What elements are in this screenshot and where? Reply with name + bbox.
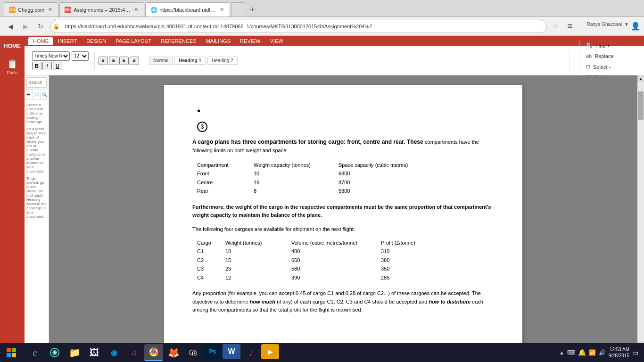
browser-tab-3[interactable]: 🌐 https://blackboard.utdl.ec ✕	[145, 2, 230, 16]
weight-col-header: Weight (tonnes)	[225, 239, 291, 247]
svg-rect-3	[12, 353, 16, 357]
normal-style[interactable]: Normal	[149, 57, 173, 65]
tray-keyboard-icon[interactable]: ⌨	[567, 349, 575, 356]
align-right-button[interactable]: ≡	[119, 57, 129, 65]
heading1-style[interactable]: Heading 1	[174, 57, 206, 65]
cargo-c4-weight: 12	[225, 273, 291, 282]
ribbon-tab-insert[interactable]: INSERT	[53, 37, 82, 45]
cargo-c3: C3	[197, 264, 225, 273]
furthermore-bold: Furthermore, the weight of the cargo in …	[192, 204, 491, 218]
taskbar-itunes[interactable]: ♫	[124, 344, 143, 361]
taskbar-store[interactable]: 🛍	[184, 344, 203, 361]
ribbon-tab-review[interactable]: REVIEW	[235, 37, 265, 45]
taskbar-chrome[interactable]	[144, 344, 163, 361]
user-dropdown-arrow[interactable]: ▼	[624, 22, 629, 31]
bookmark-star[interactable]: ☆	[549, 20, 562, 33]
file-tab[interactable]: HOME	[0, 38, 25, 55]
find-label: Find	[595, 43, 605, 49]
browser-tab-1[interactable]: Ch Chegg.com ✕	[4, 2, 58, 16]
ribbon-content: Times New Roman 12 B I U	[28, 49, 573, 73]
find-button[interactable]: 🔍 Find ▼	[583, 41, 640, 50]
font-controls: Times New Roman 12	[32, 51, 89, 61]
tray-network[interactable]: 📶	[589, 349, 596, 356]
tray-show-hidden[interactable]: ▲	[560, 350, 564, 355]
ribbon-tab-design[interactable]: DESIGN	[82, 37, 111, 45]
scrollbar-track[interactable]	[637, 82, 644, 341]
taskbar-file-explorer[interactable]: 📁	[65, 344, 84, 361]
align-center-button[interactable]: ≡	[109, 57, 118, 65]
cargo-c4: C4	[197, 273, 225, 282]
cargo-c2: C2	[197, 256, 225, 265]
doc-page: • 3 A cargo plane has three compartments…	[164, 85, 522, 348]
doc-container[interactable]: • 3 A cargo plane has three compartments…	[49, 75, 637, 348]
replace-button[interactable]: ab Replace	[583, 51, 640, 61]
nav-tab-results[interactable]: 🔍	[41, 90, 49, 99]
start-button[interactable]	[2, 344, 21, 361]
taskbar-hp[interactable]: ◉	[105, 344, 124, 361]
taskbar-photoshop[interactable]: Ps	[204, 344, 222, 359]
tray-volume[interactable]: 🔊	[599, 349, 606, 356]
font-format-buttons: B I U	[32, 62, 89, 70]
taskbar-webcam[interactable]	[45, 344, 64, 361]
select-button[interactable]: ⊡ Select -	[583, 62, 640, 72]
replace-label: Replace	[594, 53, 613, 59]
align-justify-button[interactable]: ≡	[130, 57, 139, 65]
nav-tab-headings[interactable]: ☰	[25, 90, 33, 99]
bullet-point: •	[197, 104, 494, 118]
ribbon-tab-mailings[interactable]: MAILINGS	[201, 37, 236, 45]
taskbar-music[interactable]: ♪	[241, 344, 260, 361]
ribbon-tab-view[interactable]: VIEW	[265, 37, 288, 45]
compartment-weight-front: 10	[254, 169, 339, 178]
browser-tab-2[interactable]: Bb Assignments – 2015:4 Fall ✕	[59, 2, 144, 16]
cargo-c1-volume: 480	[291, 247, 381, 256]
browser-tab-4[interactable]	[231, 2, 245, 16]
svg-rect-1	[12, 348, 16, 352]
underline-button[interactable]: U	[53, 62, 62, 70]
taskbar-ie[interactable]: e	[25, 344, 44, 361]
bold-button[interactable]: B	[32, 62, 41, 70]
refresh-button[interactable]: ↻	[34, 20, 47, 33]
vertical-scrollbar[interactable]: ▲ ▼	[637, 75, 644, 348]
heading2-style[interactable]: Heading 2	[207, 57, 238, 65]
new-tab-button[interactable]: +	[246, 3, 258, 16]
tab-favicon-3: 🌐	[150, 7, 157, 13]
back-button[interactable]: ◀	[4, 20, 17, 33]
svg-point-6	[54, 352, 56, 354]
address-input[interactable]	[50, 20, 547, 33]
forward-button[interactable]: ▶	[19, 20, 32, 33]
nav-tab-pages[interactable]: 📄	[33, 90, 41, 99]
navigation-pane: ☰ 📄 🔍 Create a document outline by addin…	[25, 75, 49, 348]
ribbon-tab-page-layout[interactable]: PAGE LAYOUT	[111, 37, 156, 45]
ribbon-tab-home[interactable]: HOME	[28, 37, 53, 45]
cargo-row-c1: C1 18 480 310	[197, 247, 423, 256]
cargo-c4-profit: 285	[381, 273, 423, 282]
align-row-1: ≡ ≡ ≡ ≡	[99, 57, 139, 65]
tab-label-2: Assignments – 2015:4 Fall	[74, 7, 130, 13]
tab-close-1[interactable]: ✕	[47, 7, 53, 13]
font-size-select[interactable]: 12	[72, 51, 89, 61]
taskbar-word[interactable]: W	[223, 344, 240, 359]
font-family-select[interactable]: Times New Roman	[32, 51, 70, 61]
scrollbar-thumb[interactable]	[638, 91, 644, 120]
tab-close-3[interactable]: ✕	[219, 7, 225, 13]
tray-notification[interactable]: 🔔	[578, 349, 586, 356]
italic-button[interactable]: I	[42, 62, 52, 70]
browser-menu-button[interactable]: ≡	[564, 20, 577, 33]
tab-close-2[interactable]: ✕	[133, 7, 139, 13]
cargo-c1-weight: 18	[225, 247, 291, 256]
tab-favicon-2: Bb	[65, 7, 71, 13]
question-number-area: 3	[197, 122, 494, 132]
scroll-up-button[interactable]: ▲	[637, 75, 644, 82]
ribbon-tab-references[interactable]: REFERENCES	[156, 37, 201, 45]
nav-search-input[interactable]	[26, 77, 47, 88]
heading-bold-part: A cargo plane has three compartments for…	[192, 139, 425, 145]
taskbar-photos[interactable]: 🖼	[85, 344, 104, 361]
cargo-c1: C1	[197, 247, 225, 256]
taskbar-media-player[interactable]: ▶	[261, 344, 279, 359]
align-left-button[interactable]: ≡	[99, 57, 108, 65]
sidebar-paste-btn[interactable]: 📋 Paste	[1, 57, 24, 77]
compartment-row-centre: Centre 16 8700	[197, 178, 415, 187]
taskbar-firefox[interactable]: 🦊	[164, 344, 183, 361]
show-desktop-button[interactable]: ▭	[632, 349, 638, 356]
paragraph-group: ≡ ≡ ≡ ≡	[99, 49, 145, 73]
